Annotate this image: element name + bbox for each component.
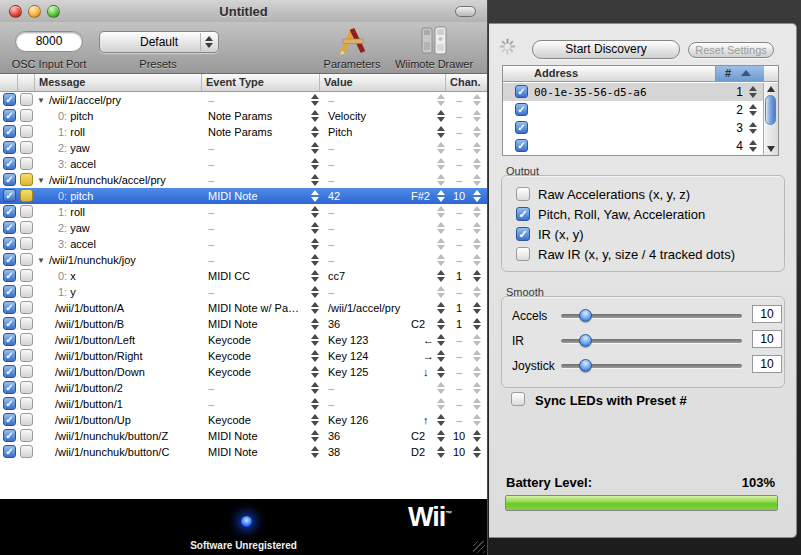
value-stepper[interactable] (437, 158, 445, 170)
row-checkbox[interactable]: ✓ (3, 221, 16, 234)
row-checkbox[interactable]: ✓ (3, 189, 16, 202)
disclosure-triangle-icon[interactable]: ▼ (37, 96, 45, 105)
scroll-down-icon[interactable] (767, 146, 775, 152)
event-type-stepper[interactable] (311, 190, 319, 202)
resize-grip[interactable] (473, 541, 485, 553)
color-swatch[interactable] (20, 365, 33, 378)
value-stepper[interactable] (437, 142, 445, 154)
output-checkbox[interactable] (516, 247, 530, 261)
row-checkbox[interactable]: ✓ (3, 253, 16, 266)
row-checkbox[interactable]: ✓ (3, 125, 16, 138)
event-type-stepper[interactable] (311, 382, 319, 394)
channel-stepper[interactable] (473, 110, 481, 122)
row-checkbox[interactable]: ✓ (3, 157, 16, 170)
slider-thumb[interactable] (579, 309, 592, 322)
channel-stepper[interactable] (473, 142, 481, 154)
event-type-stepper[interactable] (311, 94, 319, 106)
slider-value-field[interactable]: 10 (752, 355, 782, 373)
color-swatch[interactable] (20, 221, 33, 234)
value-stepper[interactable] (437, 238, 445, 250)
value-stepper[interactable] (437, 334, 445, 346)
channel-stepper[interactable] (473, 398, 481, 410)
channel-stepper[interactable] (473, 222, 481, 234)
value-stepper[interactable] (437, 414, 445, 426)
channel-stepper[interactable] (473, 334, 481, 346)
value-stepper[interactable] (437, 110, 445, 122)
event-type-stepper[interactable] (311, 142, 319, 154)
slider-value-field[interactable]: 10 (752, 330, 782, 348)
wiimote-drawer-icon[interactable] (417, 26, 451, 60)
table-row[interactable]: ✓/wii/1/button/RightKeycodeKey 124→– (0, 348, 487, 364)
channel-stepper[interactable] (473, 206, 481, 218)
table-row[interactable]: ✓0: pitchMIDI Note42F#210 (0, 188, 487, 204)
device-scrollbar[interactable] (763, 83, 778, 155)
channel-stepper[interactable] (473, 254, 481, 266)
header-event-type[interactable]: Event Type (202, 74, 320, 91)
device-checkbox[interactable]: ✓ (515, 139, 528, 152)
row-checkbox[interactable]: ✓ (3, 141, 16, 154)
header-channel[interactable]: Chan. (446, 74, 488, 91)
table-row[interactable]: ✓0: pitchNote ParamsVelocity– (0, 108, 487, 124)
color-swatch[interactable] (20, 349, 33, 362)
color-swatch[interactable] (20, 285, 33, 298)
presets-popup[interactable]: Default (99, 31, 219, 53)
table-row[interactable]: ✓▼/wii/1/nunchuk/accel/pry––– (0, 172, 487, 188)
value-stepper[interactable] (437, 430, 445, 442)
value-stepper[interactable] (437, 174, 445, 186)
event-type-stepper[interactable] (311, 430, 319, 442)
color-swatch[interactable] (20, 397, 33, 410)
output-checkbox[interactable]: ✓ (516, 227, 530, 241)
color-swatch[interactable] (20, 109, 33, 122)
color-swatch[interactable] (20, 301, 33, 314)
osc-input-port-field[interactable]: 8000 (15, 31, 83, 52)
slider-track[interactable] (561, 314, 742, 318)
table-row[interactable]: ✓3: accel––– (0, 236, 487, 252)
table-row[interactable]: ✓1: y––– (0, 284, 487, 300)
channel-stepper[interactable] (473, 430, 481, 442)
device-number-stepper[interactable] (749, 104, 757, 116)
row-checkbox[interactable]: ✓ (3, 205, 16, 218)
channel-stepper[interactable] (473, 302, 481, 314)
color-swatch[interactable] (20, 413, 33, 426)
sync-leds-checkbox[interactable] (511, 392, 525, 406)
value-stepper[interactable] (437, 254, 445, 266)
channel-stepper[interactable] (473, 350, 481, 362)
channel-stepper[interactable] (473, 270, 481, 282)
channel-stepper[interactable] (473, 414, 481, 426)
table-row[interactable]: ✓/wii/1/button/DownKeycodeKey 125↓– (0, 364, 487, 380)
color-swatch[interactable] (20, 125, 33, 138)
event-type-stepper[interactable] (311, 110, 319, 122)
color-swatch[interactable] (20, 93, 33, 106)
event-type-stepper[interactable] (311, 446, 319, 458)
value-stepper[interactable] (437, 286, 445, 298)
table-row[interactable]: ✓1: rollNote ParamsPitch– (0, 124, 487, 140)
header-checkbox-column[interactable] (0, 74, 18, 91)
device-row[interactable]: ✓3 (503, 119, 763, 137)
row-checkbox[interactable]: ✓ (3, 317, 16, 330)
channel-stepper[interactable] (473, 190, 481, 202)
header-message[interactable]: Message (35, 74, 202, 91)
output-checkbox[interactable]: ✓ (516, 207, 530, 221)
color-swatch[interactable] (20, 173, 33, 186)
color-swatch[interactable] (20, 429, 33, 442)
device-number-stepper[interactable] (749, 140, 757, 152)
color-swatch[interactable] (20, 157, 33, 170)
channel-stepper[interactable] (473, 318, 481, 330)
output-option[interactable]: Raw IR (x, y, size / 4 tracked dots) (516, 246, 784, 266)
disclosure-triangle-icon[interactable]: ▼ (37, 256, 45, 265)
value-stepper[interactable] (437, 206, 445, 218)
row-checkbox[interactable]: ✓ (3, 109, 16, 122)
start-discovery-button[interactable]: Start Discovery (532, 40, 680, 59)
disclosure-triangle-icon[interactable]: ▼ (37, 176, 45, 185)
row-checkbox[interactable]: ✓ (3, 93, 16, 106)
header-value[interactable]: Value (320, 74, 446, 91)
row-checkbox[interactable]: ✓ (3, 333, 16, 346)
color-swatch[interactable] (20, 381, 33, 394)
color-swatch[interactable] (20, 253, 33, 266)
table-row[interactable]: ✓2: yaw––– (0, 220, 487, 236)
header-swatch-column[interactable] (18, 74, 35, 91)
event-type-stepper[interactable] (311, 174, 319, 186)
slider-value-field[interactable]: 10 (752, 305, 782, 323)
device-header-address[interactable]: Address (534, 67, 578, 79)
table-row[interactable]: ✓2: yaw––– (0, 140, 487, 156)
